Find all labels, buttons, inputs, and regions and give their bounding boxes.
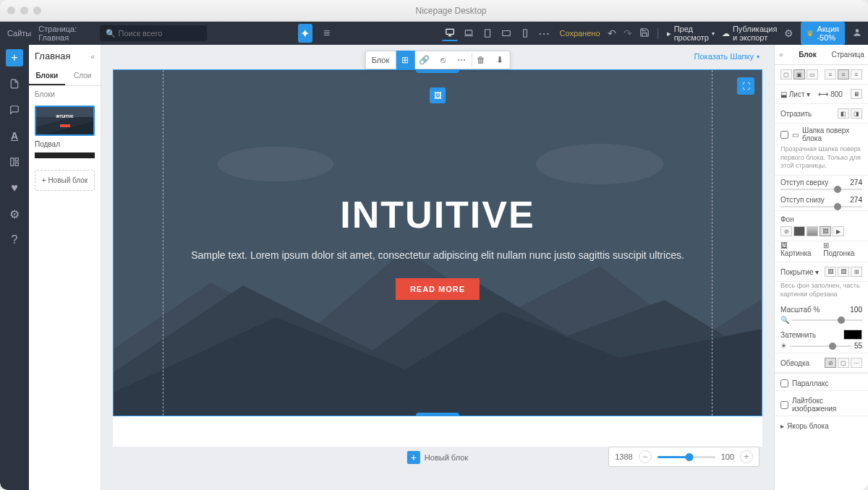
- align-1-icon[interactable]: ▢: [780, 69, 792, 79]
- new-block-button[interactable]: + Новый блок: [35, 170, 95, 191]
- tb-more-icon[interactable]: ⋯: [452, 51, 471, 69]
- bg-color-icon[interactable]: [793, 226, 805, 236]
- brightness-icon[interactable]: ☀: [780, 342, 787, 350]
- stroke-none-icon[interactable]: ⊘: [825, 358, 836, 368]
- bg-video-icon[interactable]: ▶: [833, 226, 844, 236]
- stroke-more-icon[interactable]: ⋯: [851, 358, 862, 368]
- tb-delete-icon[interactable]: 🗑: [472, 51, 490, 69]
- valign-1-icon[interactable]: ≡: [825, 69, 836, 79]
- device-override-icon[interactable]: 🖥: [851, 89, 862, 99]
- header-over-check[interactable]: ▭ Шапка поверх блока: [775, 124, 868, 145]
- image-placeholder-icon[interactable]: 🖼: [430, 87, 446, 103]
- user-icon[interactable]: [852, 27, 862, 40]
- list-tool-icon[interactable]: ≡: [320, 24, 334, 43]
- tb-layout-icon[interactable]: ⊞: [396, 51, 414, 69]
- device-more-icon[interactable]: ⋯: [536, 25, 552, 41]
- hero-button[interactable]: READ MORE: [396, 278, 480, 300]
- lightbox-check[interactable]: Лайтбокс изображения: [775, 390, 868, 416]
- show-header-link[interactable]: Показать Шапку▾: [694, 52, 760, 61]
- zoom-reset-icon[interactable]: 🔍: [780, 316, 789, 324]
- zoom-out-icon[interactable]: −: [639, 450, 652, 463]
- cover-dropdown[interactable]: Покрытие ▾: [780, 268, 819, 276]
- align-3-icon[interactable]: ▭: [807, 69, 818, 79]
- pos-3-icon[interactable]: ⊞: [851, 267, 862, 277]
- parallax-checkbox[interactable]: [780, 379, 788, 387]
- pad-bot-val[interactable]: 274: [850, 196, 862, 204]
- pad-bot-slider[interactable]: [780, 206, 862, 207]
- rail-pages-icon[interactable]: [6, 75, 23, 93]
- resize-handle-top[interactable]: [416, 69, 459, 73]
- scale-val[interactable]: 100: [850, 306, 862, 314]
- darken-slider[interactable]: [790, 345, 851, 347]
- hero-block[interactable]: INTUITIVE Sample text. Lorem ipsum dolor…: [113, 69, 762, 416]
- device-laptop-icon[interactable]: [461, 25, 477, 41]
- tab-layers[interactable]: Слои: [65, 67, 101, 85]
- pos-2-icon[interactable]: 🖼: [838, 267, 849, 277]
- undo-icon[interactable]: ↶: [608, 27, 616, 39]
- flip-v-icon[interactable]: ◨: [851, 108, 862, 119]
- tab-blocks[interactable]: Блоки: [29, 67, 65, 85]
- darken-swatch[interactable]: [843, 330, 862, 340]
- collapse-panel-icon[interactable]: «: [90, 52, 95, 61]
- stroke-solid-icon[interactable]: ▢: [838, 358, 849, 368]
- hero-text[interactable]: Sample text. Lorem ipsum dolor sit amet,…: [157, 249, 718, 261]
- darken-val[interactable]: 55: [854, 342, 862, 350]
- parallax-check[interactable]: Параллакс: [775, 373, 868, 390]
- bg-gradient-icon[interactable]: [807, 226, 818, 236]
- bg-fit-btn[interactable]: ⊞ Подгонка: [823, 241, 862, 257]
- side-move-icon[interactable]: ⇅: [113, 232, 114, 242]
- magic-tool-icon[interactable]: ✦: [298, 24, 312, 43]
- pad-top-val[interactable]: 274: [850, 179, 862, 186]
- rail-text-icon[interactable]: A: [6, 127, 23, 145]
- redo-icon[interactable]: ↷: [624, 27, 632, 39]
- valign-3-icon[interactable]: ≡: [851, 69, 862, 79]
- device-tablet-land-icon[interactable]: [498, 25, 514, 41]
- rail-gear-icon[interactable]: ⚙: [6, 205, 23, 223]
- canvas[interactable]: INTUITIVE Sample text. Lorem ipsum dolor…: [113, 69, 762, 447]
- min-dot[interactable]: [20, 7, 28, 14]
- lightbox-checkbox[interactable]: [780, 401, 788, 409]
- align-2-icon[interactable]: ▣: [793, 69, 805, 79]
- pos-1-icon[interactable]: 🖼: [825, 267, 836, 277]
- tb-download-icon[interactable]: ⬇: [490, 51, 509, 69]
- scale-slider[interactable]: [792, 319, 862, 321]
- crumb-page[interactable]: Страница: Главная: [38, 25, 92, 42]
- rail-layout-icon[interactable]: [6, 153, 23, 171]
- rail-comment-icon[interactable]: [6, 101, 23, 119]
- resize-handle-bottom[interactable]: [416, 413, 459, 416]
- flip-h-icon[interactable]: ◧: [838, 108, 849, 119]
- max-dot[interactable]: [33, 7, 41, 14]
- rail-favorite-icon[interactable]: ♥: [6, 179, 23, 197]
- canvas-new-block[interactable]: + Новый блок: [407, 451, 468, 464]
- settings-icon[interactable]: ⚙: [784, 27, 793, 39]
- footer-thumbnail[interactable]: [35, 152, 95, 158]
- side-delete-icon[interactable]: 🗑: [113, 244, 114, 254]
- search-box[interactable]: 🔍: [100, 25, 207, 41]
- rail-add-icon[interactable]: +: [6, 49, 23, 66]
- publish-button[interactable]: ☁Публикация и экспорт: [722, 25, 777, 42]
- hero-title[interactable]: INTUITIVE: [114, 193, 762, 236]
- save-icon[interactable]: [639, 27, 650, 40]
- tb-anchor-icon[interactable]: ⎋: [433, 51, 452, 69]
- header-over-checkbox[interactable]: [780, 131, 788, 139]
- zoom-slider[interactable]: [658, 456, 715, 458]
- anchor-section[interactable]: ▸ Якорь блока: [775, 416, 868, 436]
- valign-2-icon[interactable]: ≡: [838, 69, 849, 79]
- zoom-in-icon[interactable]: +: [740, 450, 753, 463]
- bg-none-icon[interactable]: ⊘: [780, 226, 792, 236]
- width-mode-icon[interactable]: ⬓ Лист ▾: [780, 90, 810, 98]
- bg-image-btn[interactable]: 🖼 Картинка: [780, 241, 820, 257]
- promo-button[interactable]: ♛Акция -50%: [801, 22, 845, 45]
- device-desktop-icon[interactable]: [442, 25, 458, 41]
- expand-panel-icon[interactable]: »: [775, 51, 788, 59]
- device-mobile-icon[interactable]: [517, 25, 533, 41]
- fullscreen-icon[interactable]: ⛶: [737, 77, 754, 95]
- tb-link-icon[interactable]: 🔗: [414, 51, 433, 69]
- preview-button[interactable]: ▸Пред просмотр▾: [667, 25, 715, 42]
- rail-help-icon[interactable]: ?: [6, 231, 23, 249]
- bg-image-icon[interactable]: 🖼: [820, 226, 831, 236]
- search-input[interactable]: [119, 29, 201, 38]
- device-tablet-icon[interactable]: [480, 25, 495, 41]
- block-label[interactable]: Блок: [366, 51, 396, 69]
- close-dot[interactable]: [7, 7, 15, 14]
